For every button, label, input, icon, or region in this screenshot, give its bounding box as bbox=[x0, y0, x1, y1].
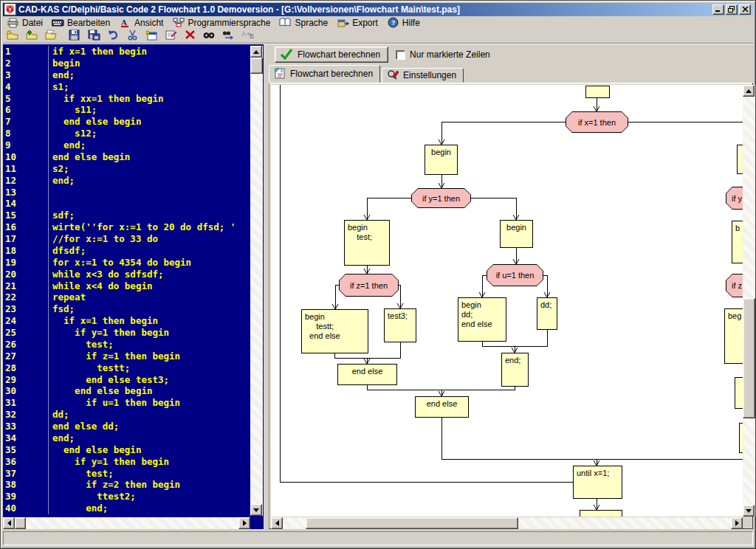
help-icon: ? bbox=[387, 17, 399, 28]
line-text: if z=1 then begin bbox=[49, 351, 180, 362]
menu-item-hilfe[interactable]: ?Hilfe bbox=[383, 16, 425, 29]
marked-lines-checkbox[interactable] bbox=[396, 50, 405, 60]
editor-vscrollbar-track[interactable] bbox=[250, 46, 263, 516]
svg-text:A: A bbox=[241, 30, 246, 38]
flowchart-canvas[interactable]: if x=1 thenbeginif y=1 thenbegin test;be… bbox=[271, 85, 743, 517]
line-number: 13 bbox=[3, 187, 49, 198]
flowchart-scroll-right-button[interactable] bbox=[731, 517, 743, 529]
up-arrow-icon bbox=[746, 89, 752, 93]
export-icon bbox=[337, 17, 349, 28]
undo-button[interactable] bbox=[104, 29, 122, 44]
menu-item-label: Bearbeiten bbox=[67, 18, 110, 28]
flowchart-vscrollbar-thumb[interactable] bbox=[743, 298, 755, 418]
decision-if-u1: if u=1 then bbox=[487, 264, 543, 286]
code-line: 27 if z=1 then begin bbox=[3, 351, 250, 362]
title-bar[interactable]: CAD-KAS C/Delphi/Basic Code 2 Flowchart … bbox=[3, 3, 753, 16]
editor-hscrollbar-thumb[interactable] bbox=[15, 517, 26, 529]
find-next-button[interactable] bbox=[219, 29, 237, 44]
panel-splitter[interactable] bbox=[264, 44, 269, 529]
left-arrow-icon bbox=[275, 520, 279, 526]
code-line: 21while x<4 do begin bbox=[3, 280, 250, 292]
code-editor[interactable]: 1if x=1 then begin2begin3end;4s1;5 if xx… bbox=[3, 44, 264, 529]
menu-item-ansicht[interactable]: AAnsicht bbox=[115, 16, 168, 29]
menu-item-programmiersprache[interactable]: Programmiersprache bbox=[168, 16, 275, 29]
line-text: sdf; bbox=[49, 210, 75, 221]
compute-flowchart-button[interactable]: Flowchart berechnen bbox=[275, 46, 388, 63]
line-number: 34 bbox=[3, 432, 49, 444]
line-text: fsd; bbox=[49, 303, 75, 315]
line-number: 38 bbox=[3, 479, 49, 491]
box-until: until x=1; bbox=[573, 466, 622, 499]
find-button[interactable] bbox=[200, 29, 218, 44]
paste-window-icon bbox=[145, 30, 158, 43]
line-number: 28 bbox=[3, 362, 49, 374]
new-file-button[interactable] bbox=[4, 29, 21, 44]
left-arrow-icon bbox=[7, 520, 11, 526]
main-area: 1if x=1 then begin2begin3end;4s1;5 if xx… bbox=[3, 44, 753, 529]
properties-button[interactable] bbox=[162, 29, 179, 44]
paste-window-button[interactable] bbox=[142, 29, 160, 44]
line-text: begin bbox=[49, 58, 80, 69]
code-line: 34end; bbox=[3, 432, 250, 444]
line-number: 5 bbox=[3, 93, 49, 105]
menu-item-datei[interactable]: Datei bbox=[3, 16, 48, 29]
flowchart-scroll-up-button[interactable] bbox=[743, 85, 755, 97]
menu-item-bearbeiten[interactable]: Bearbeiten bbox=[48, 16, 115, 29]
tab-einstellungen[interactable]: Einstellungen bbox=[382, 68, 464, 83]
code-line: 39 ttest2; bbox=[3, 491, 250, 503]
flowchart-hscrollbar-thumb[interactable] bbox=[306, 517, 518, 529]
action-bar: Flowchart berechnen Nur markierte Zeilen bbox=[269, 44, 753, 65]
close-button[interactable] bbox=[739, 4, 751, 15]
line-text: test; bbox=[49, 468, 114, 480]
cut-button[interactable] bbox=[123, 29, 141, 44]
save-as-button[interactable] bbox=[85, 29, 103, 44]
line-number: 19 bbox=[3, 257, 49, 269]
open-folder-button[interactable] bbox=[42, 29, 60, 44]
line-number: 32 bbox=[3, 409, 49, 421]
line-text: testt; bbox=[49, 362, 130, 374]
box-begin-dd: begin dd; end else bbox=[458, 297, 506, 342]
restore-button[interactable] bbox=[726, 4, 738, 15]
menu-item-sprache[interactable]: Sprache bbox=[275, 16, 333, 29]
replace-button[interactable]: AB bbox=[238, 29, 256, 44]
line-number: 6 bbox=[3, 104, 49, 116]
box-right-2: b bbox=[732, 221, 743, 263]
line-number: 17 bbox=[3, 233, 49, 245]
line-number: 31 bbox=[3, 397, 49, 409]
editor-vscrollbar-thumb[interactable] bbox=[250, 58, 263, 74]
box-bottom-partial bbox=[580, 510, 622, 517]
line-text: end; bbox=[49, 139, 86, 151]
menu-item-label: Sprache bbox=[295, 18, 328, 28]
minimize-button[interactable] bbox=[712, 4, 724, 15]
editor-scroll-left-button[interactable] bbox=[3, 517, 15, 529]
code-line: 17//for x:=1 to 33 do bbox=[3, 233, 250, 245]
app-logo-icon bbox=[4, 4, 16, 15]
box-begin-2: begin bbox=[500, 220, 533, 248]
line-text: if x=1 then begin bbox=[49, 315, 158, 327]
open-file-button[interactable] bbox=[23, 29, 41, 44]
line-text: if y=1 then begin bbox=[49, 456, 169, 468]
decision-label: if x=1 then bbox=[566, 112, 628, 132]
box-test3: test3; bbox=[384, 308, 416, 342]
editor-scroll-up-button[interactable] bbox=[250, 46, 262, 58]
delete-button[interactable] bbox=[181, 29, 199, 44]
tab-flowchart-berechnen[interactable]: Flowchart berechnen bbox=[269, 65, 380, 83]
menu-item-label: Datei bbox=[22, 18, 43, 28]
editor-hscrollbar-track[interactable] bbox=[3, 517, 250, 529]
line-number: 10 bbox=[3, 151, 49, 163]
code-lines[interactable]: 1if x=1 then begin2begin3end;4s1;5 if xx… bbox=[3, 44, 250, 516]
flowchart-scroll-down-button[interactable] bbox=[743, 505, 755, 517]
editor-scroll-right-button[interactable] bbox=[238, 517, 250, 529]
code-line: 20while x<3 do sdfsdf; bbox=[3, 269, 250, 280]
save-button[interactable] bbox=[66, 29, 83, 44]
up-arrow-icon bbox=[253, 50, 259, 54]
line-text: for x:=1 to 4354 do begin bbox=[49, 257, 191, 269]
box-right-1 bbox=[737, 145, 743, 174]
box-end: end; bbox=[501, 353, 529, 387]
code-line: 26 test; bbox=[3, 339, 250, 351]
line-number: 2 bbox=[3, 58, 49, 69]
editor-scroll-down-button[interactable] bbox=[250, 504, 262, 516]
menu-item-export[interactable]: Export bbox=[333, 16, 383, 29]
open-folder-icon bbox=[44, 30, 58, 43]
flowchart-scroll-left-button[interactable] bbox=[271, 517, 283, 529]
